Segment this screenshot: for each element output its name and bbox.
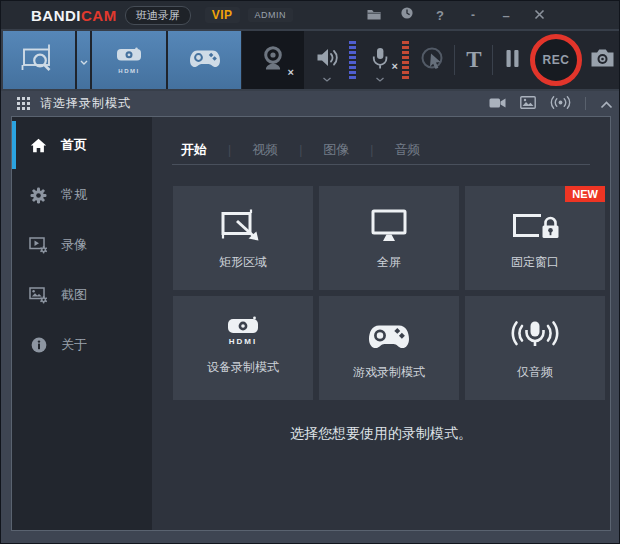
close-icon [534,6,545,24]
gamepad-icon [188,46,222,74]
hdmi-label: HDMI [118,68,139,74]
tile-label: 仅音频 [517,364,553,381]
help-button[interactable]: ? [432,5,448,25]
speaker-dropdown-chevron-icon[interactable] [323,68,332,86]
rectangle-region-icon [220,207,266,245]
mouse-click-effect-button[interactable] [414,31,452,89]
body-frame: 首页 常规 录像 截图 关于 [1,116,619,543]
app-name-badge: 班迪录屏 [125,6,191,25]
minimize-button[interactable]: – [498,5,514,25]
gamepad-icon [366,317,412,355]
screenshot-settings-icon [29,287,48,304]
tab-start[interactable]: 开始 [172,141,215,159]
sidebar-item-home[interactable]: 首页 [12,120,152,170]
header-separator [585,97,586,110]
hdmi-device-text: HDMI [229,337,257,346]
sidebar-item-label: 关于 [61,336,87,354]
screenshot-button[interactable] [586,31,618,89]
new-badge: NEW [565,186,605,202]
mouse-click-icon [419,45,447,76]
sidebar-item-label: 首页 [61,136,87,154]
tab-image[interactable]: 图像 [315,141,357,159]
video-capture-icon[interactable] [489,95,506,113]
grid-icon [17,97,30,110]
video-settings-icon [29,237,48,254]
tile-label: 矩形区域 [219,254,267,271]
mic-level-meter [402,41,409,79]
region-select-icon [21,43,57,78]
header-quick-icons [489,95,613,113]
titlebar-controls: ? - – [366,1,547,29]
section-title: 请选择录制模式 [40,95,131,112]
text-overlay-button[interactable]: T [458,31,490,89]
recording-mode-tiles: 矩形区域 全屏 NEW [173,186,605,400]
bandicam-window: BANDICAM 班迪录屏 VIP ADMIN ? - – [0,0,620,544]
sidebar-item-about[interactable]: 关于 [12,320,152,370]
tile-device-recording[interactable]: HDMI 设备录制模式 [173,296,313,400]
tab-separator: | [299,143,302,157]
sidebar-item-screenshot[interactable]: 截图 [12,270,152,320]
tab-audio[interactable]: 音频 [386,141,428,159]
logo-text-bandi: BANDI [31,7,81,24]
tile-fixed-window[interactable]: NEW 固定窗口 [465,186,605,290]
region-mode-dropdown-button[interactable] [77,31,90,89]
tab-separator: | [370,143,373,157]
tile-label: 全屏 [377,254,401,271]
tile-label: 固定窗口 [511,254,559,271]
tile-audio-only[interactable]: 仅音频 [465,296,605,400]
pause-button[interactable] [496,31,528,89]
microphone-button[interactable]: × [359,31,401,89]
rec-button[interactable]: REC [530,34,582,86]
chevron-up-icon [600,95,613,112]
home-icon [29,138,48,153]
logo-text-cam: CAM [81,7,117,24]
open-folder-button[interactable] [366,5,382,25]
camera-icon [590,48,615,72]
tile-label: 游戏录制模式 [353,364,425,381]
clock-icon [400,6,414,24]
toolbar-separator [454,45,455,75]
tile-fullscreen[interactable]: 全屏 [319,186,459,290]
rectangle-region-mode-button[interactable] [3,31,75,89]
audio-only-mic-icon [509,317,561,355]
main-pane: 开始 | 视频 | 图像 | 音频 [152,117,610,530]
tab-video[interactable]: 视频 [244,141,286,159]
sidebar-item-general[interactable]: 常规 [12,170,152,220]
settings-tabs: 开始 | 视频 | 图像 | 音频 [172,135,590,165]
broadcast-icon[interactable] [550,95,571,113]
fullscreen-monitor-icon [366,207,412,245]
section-headerbar: 请选择录制模式 [1,91,620,116]
hdmi-device-icon [114,47,144,66]
hdmi-device-icon: HDMI [223,312,263,350]
vip-badge[interactable]: VIP [205,7,240,23]
toolbar-tools-panel: × × [241,31,619,89]
mic-disabled-x-icon: × [392,61,398,72]
collapse-panel-button[interactable] [600,95,613,113]
speaker-sound-button[interactable] [307,31,347,89]
tab-separator: | [228,143,231,157]
webcam-overlay-button[interactable]: × [242,31,304,89]
tile-rectangle-region[interactable]: 矩形区域 [173,186,313,290]
mic-dropdown-chevron-icon[interactable] [376,68,385,86]
sidebar-item-video[interactable]: 录像 [12,220,152,270]
sidebar-item-label: 常规 [61,186,87,204]
game-recording-mode-button[interactable] [168,31,241,89]
tile-game-recording[interactable]: 游戏录制模式 [319,296,459,400]
titlebar: BANDICAM 班迪录屏 VIP ADMIN ? - – [1,1,620,29]
tile-label: 设备录制模式 [207,359,279,376]
close-button[interactable] [531,5,547,25]
webcam-icon [258,45,288,76]
fixed-window-lock-icon [511,207,559,245]
recording-mode-buttons: HDMI [3,31,241,89]
schedule-button[interactable] [399,5,415,25]
sidebar-item-label: 录像 [61,236,87,254]
info-icon [29,337,48,353]
content-area: 首页 常规 录像 截图 关于 [11,116,611,531]
hide-to-tray-button[interactable]: - [465,5,481,25]
gear-icon [29,187,48,204]
device-recording-mode-button[interactable]: HDMI [92,31,166,89]
chevron-down-icon [80,51,88,69]
image-capture-icon[interactable] [520,95,536,113]
pause-icon [505,49,520,72]
mode-hint-text: 选择您想要使用的录制模式。 [152,425,610,443]
